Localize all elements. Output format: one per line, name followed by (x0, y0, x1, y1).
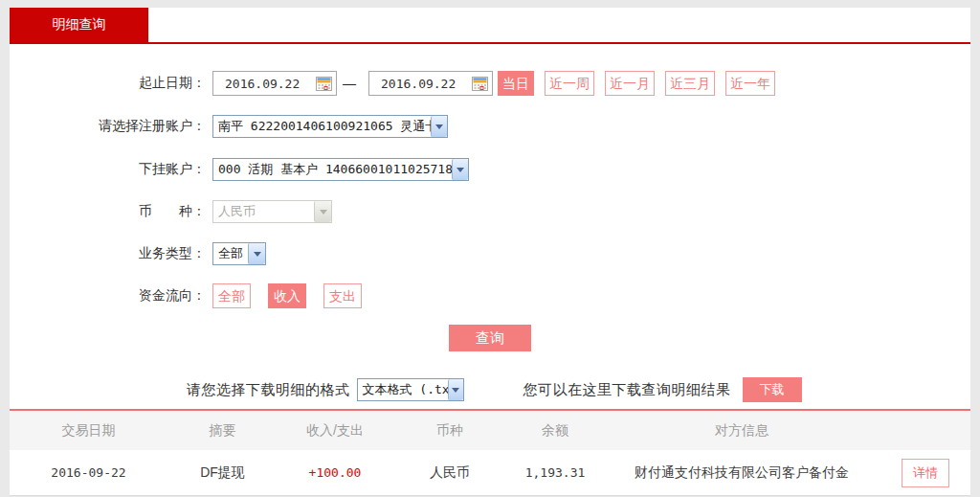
calendar-icon[interactable] (316, 77, 332, 91)
detail-button[interactable]: 详情 (902, 459, 949, 487)
query-form-panel: 起止日期： 2016.09.22 (10, 44, 970, 409)
download-row: 请您选择下载明细的格式 文本格式 (.txt) 您可以在这里下载查询明细结果 下… (10, 377, 970, 402)
start-date-input[interactable]: 2016.09.22 (212, 71, 337, 96)
table-header-row: 交易日期 摘要 收入/支出 币种 余额 对方信息 (10, 411, 970, 450)
header-counterparty: 对方信息 (603, 422, 880, 440)
cell-actions: 详情 (880, 459, 970, 487)
download-format-select[interactable]: 文本格式 (.txt) (357, 378, 464, 401)
page: 明细查询 起止日期： 2016.09.22 (0, 0, 980, 497)
date-separator: — (343, 76, 356, 91)
cell-trade-date: 2016-09-22 (10, 465, 167, 480)
cell-summary: DF提现 (167, 464, 278, 482)
flow-all-button[interactable]: 全部 (212, 283, 251, 308)
register-account-value: 南平 6222001406100921065 灵通卡 (213, 118, 431, 135)
register-account-row: 请选择注册账户： 南平 6222001406100921065 灵通卡 (10, 115, 970, 138)
chevron-down-icon (248, 243, 265, 264)
fund-flow-row: 资金流向： 全部 收入 支出 (10, 283, 970, 308)
sub-account-label: 下挂账户： (10, 161, 206, 178)
chevron-down-icon (452, 159, 468, 180)
tab-detail-query[interactable]: 明细查询 (10, 8, 148, 42)
tab-bar: 明细查询 (10, 8, 970, 42)
chevron-down-icon (314, 201, 331, 222)
chevron-down-icon (448, 379, 462, 400)
biz-type-row: 业务类型： 全部 (10, 242, 970, 265)
query-row: 查询 (10, 325, 970, 351)
currency-row: 币 种： 人民币 (10, 200, 970, 223)
download-format-value: 文本格式 (.txt) (358, 381, 449, 398)
date-range-row: 起止日期： 2016.09.22 (10, 71, 970, 96)
range-year-button[interactable]: 近一年 (725, 71, 775, 96)
end-date-value: 2016.09.22 (381, 77, 456, 91)
header-balance: 余额 (507, 422, 603, 440)
start-date-value: 2016.09.22 (225, 77, 300, 91)
cell-balance: 1,193.31 (507, 465, 603, 480)
biz-type-select[interactable]: 全部 (212, 242, 266, 265)
currency-select: 人民币 (212, 200, 332, 223)
register-account-label: 请选择注册账户： (10, 118, 206, 135)
range-today-button[interactable]: 当日 (498, 71, 534, 96)
date-range-label: 起止日期： (10, 75, 206, 92)
sub-account-value: 000 活期 基本户 1406600101102571848 (213, 161, 452, 178)
header-summary: 摘要 (167, 422, 278, 440)
table-row: 2016-09-22 DF提现 +100.00 人民币 1,193.31 财付通… (10, 450, 970, 496)
range-month-button[interactable]: 近一月 (605, 71, 655, 96)
download-format-label: 请您选择下载明细的格式 (187, 381, 350, 399)
download-button[interactable]: 下载 (743, 377, 802, 402)
sub-account-select[interactable]: 000 活期 基本户 1406600101102571848 (212, 158, 469, 181)
cell-amount: +100.00 (278, 465, 392, 480)
download-hint-text: 您可以在这里下载查询明细结果 (523, 381, 731, 399)
currency-label: 币 种： (10, 203, 206, 220)
sub-account-row: 下挂账户： 000 活期 基本户 1406600101102571848 (10, 158, 970, 181)
range-week-button[interactable]: 近一周 (545, 71, 594, 96)
currency-value: 人民币 (213, 203, 256, 220)
cell-counterparty: 财付通支付科技有限公司客户备付金 (603, 464, 880, 482)
calendar-icon[interactable] (472, 77, 488, 91)
header-currency: 币种 (392, 422, 507, 440)
range-three-month-button[interactable]: 近三月 (665, 71, 715, 96)
chevron-down-icon (431, 116, 447, 137)
cell-currency: 人民币 (392, 464, 507, 482)
biz-type-label: 业务类型： (10, 245, 206, 262)
header-income-expense: 收入/支出 (278, 422, 392, 440)
register-account-select[interactable]: 南平 6222001406100921065 灵通卡 (212, 115, 448, 138)
content-wrap: 明细查询 起止日期： 2016.09.22 (10, 8, 970, 496)
end-date-input[interactable]: 2016.09.22 (368, 71, 493, 96)
biz-type-value: 全部 (213, 245, 243, 262)
query-button[interactable]: 查询 (449, 325, 531, 351)
flow-income-button[interactable]: 收入 (268, 283, 306, 308)
header-trade-date: 交易日期 (10, 422, 167, 440)
fund-flow-label: 资金流向： (10, 287, 206, 305)
flow-expense-button[interactable]: 支出 (323, 283, 362, 308)
